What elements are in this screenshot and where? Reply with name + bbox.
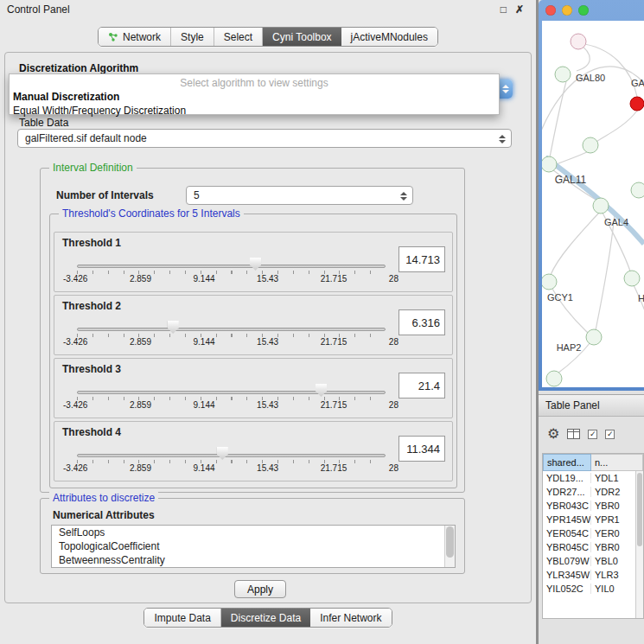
- option-manual-discretization[interactable]: Manual Discretization: [10, 90, 499, 104]
- column-header-name[interactable]: n...: [591, 454, 643, 471]
- list-item[interactable]: SelfLoops: [52, 526, 455, 539]
- threshold-4-value-field[interactable]: 11.344: [399, 436, 445, 462]
- network-node: [631, 182, 644, 198]
- option-equal-width-frequency[interactable]: Equal Width/Frequency Discretization: [10, 104, 499, 118]
- numerical-attributes-list: SelfLoops TopologicalCoefficient Between…: [51, 525, 456, 568]
- apply-button[interactable]: Apply: [234, 580, 286, 598]
- network-nodes[interactable]: [542, 34, 644, 386]
- threshold-1-value-field[interactable]: 14.713: [399, 246, 445, 272]
- tab-jactivemnodules[interactable]: jActiveMNodules: [341, 28, 437, 46]
- column-header-shared-name[interactable]: shared...: [543, 454, 591, 471]
- node-label: GAL4: [604, 217, 628, 227]
- network-node: [542, 274, 557, 290]
- discretization-algorithm-label: Discretization Algorithm: [19, 62, 138, 74]
- list-item[interactable]: BetweennessCentrality: [52, 553, 455, 567]
- tab-select[interactable]: Select: [214, 28, 263, 46]
- tab-discretize-data[interactable]: Discretize Data: [221, 609, 310, 627]
- tab-infer-label: Infer Network: [320, 612, 381, 624]
- select-all-columns-icon[interactable]: ✓: [588, 430, 597, 439]
- tick-label: 2.859: [130, 400, 151, 410]
- tick-label: 28: [389, 400, 399, 410]
- table-scrollbar[interactable]: [635, 471, 643, 618]
- tick-label: -3.426: [63, 463, 87, 473]
- threshold-2-slider[interactable]: [77, 320, 386, 339]
- table-row[interactable]: YER054CYER0: [543, 526, 643, 540]
- slider-track: [77, 328, 386, 331]
- table-toolbar: ⚙ ✓ ✓: [539, 423, 644, 445]
- table-panel-title: Table Panel: [545, 399, 600, 411]
- tab-impute-data[interactable]: Impute Data: [144, 609, 220, 627]
- slider-thumb[interactable]: [168, 321, 179, 334]
- table-row[interactable]: YBR045CYBR0: [543, 540, 643, 554]
- scrollbar-thumb[interactable]: [637, 473, 642, 546]
- slider-thumb[interactable]: [250, 258, 261, 271]
- control-panel-titlebar: Control Panel □ ✗: [0, 0, 536, 19]
- threshold-4-slider[interactable]: [77, 446, 386, 465]
- tab-infer-network[interactable]: Infer Network: [310, 609, 391, 627]
- table-row[interactable]: YBL079WYBL0: [543, 554, 643, 568]
- float-window-icon[interactable]: □: [501, 3, 507, 16]
- table-data-value: galFiltered.sif default node: [25, 132, 147, 144]
- threshold-1-slider[interactable]: [77, 257, 386, 276]
- slider-scale-labels: -3.4262.8599.14415.4321.71528: [63, 337, 399, 347]
- table-row[interactable]: YPR145WYPR1: [543, 513, 643, 526]
- threshold-3-slider[interactable]: [77, 383, 386, 402]
- threshold-1-label: Threshold 1: [62, 237, 121, 249]
- zoom-traffic-light[interactable]: [578, 5, 589, 16]
- tick-label: 21.715: [321, 274, 348, 284]
- threshold-3-value-field[interactable]: 21.4: [399, 373, 445, 399]
- tab-impute-label: Impute Data: [154, 612, 210, 624]
- table-data-label: Table Data: [19, 117, 68, 129]
- gear-icon[interactable]: ⚙: [547, 427, 559, 441]
- tick-label: 15.43: [257, 463, 278, 473]
- table-row[interactable]: YBR043CYBR0: [543, 499, 643, 513]
- list-item[interactable]: TopologicalCoefficient: [52, 539, 455, 553]
- network-canvas[interactable]: GAL80 GA GAL11 GAL4 GCY1 H HAP2: [542, 21, 644, 387]
- algorithm-combo-stepper[interactable]: [498, 80, 513, 99]
- table-row[interactable]: YIL052CYIL0: [543, 582, 643, 596]
- threshold-2-value-field[interactable]: 6.316: [399, 309, 445, 335]
- tab-discretize-label: Discretize Data: [231, 612, 301, 624]
- right-column: GAL80 GA GAL11 GAL4 GCY1 H HAP2 Table Pa…: [539, 0, 644, 644]
- table-row[interactable]: YDR27...YDR2: [543, 485, 643, 499]
- list-scrollbar[interactable]: [444, 526, 455, 567]
- interval-definition-group: Interval Definition Number of Intervals …: [40, 168, 465, 493]
- table-row[interactable]: YLR345WYLR3: [543, 568, 643, 582]
- tab-jactive-label: jActiveMNodules: [351, 31, 428, 43]
- tick-label: 28: [389, 337, 399, 347]
- node-label: GA: [631, 78, 644, 88]
- tick-label: -3.426: [63, 274, 87, 284]
- network-node: [571, 34, 586, 49]
- network-node: [593, 198, 609, 214]
- node-label: H: [638, 293, 644, 303]
- close-icon[interactable]: ✗: [515, 3, 524, 16]
- threshold-4-panel: Threshold 4 -3.4262.8599.14415.4321.7152…: [54, 421, 453, 481]
- tab-cyni-toolbox[interactable]: Cyni Toolbox: [263, 28, 341, 46]
- scrollbar-thumb[interactable]: [446, 526, 454, 558]
- table-row[interactable]: YDL19...YDL1: [543, 471, 643, 485]
- number-of-intervals-combo[interactable]: 5: [186, 186, 413, 205]
- network-node: [542, 156, 557, 172]
- tab-network[interactable]: Network: [99, 28, 171, 46]
- interval-definition-title: Interval Definition: [49, 162, 137, 174]
- slider-scale-labels: -3.4262.8599.14415.4321.71528: [63, 463, 399, 473]
- panel-title: Control Panel: [7, 3, 70, 16]
- tick-label: 2.859: [130, 274, 151, 284]
- node-label: GAL11: [555, 174, 587, 186]
- network-node: [586, 329, 602, 345]
- tick-label: 9.144: [194, 463, 215, 473]
- slider-thumb[interactable]: [217, 447, 228, 460]
- minimize-traffic-light[interactable]: [562, 5, 572, 16]
- number-of-intervals-label: Number of Intervals: [56, 189, 154, 201]
- slider-thumb[interactable]: [316, 384, 327, 397]
- table-header-row: shared... n...: [543, 454, 643, 471]
- tab-select-label: Select: [224, 31, 252, 43]
- table-data-combo[interactable]: galFiltered.sif default node: [17, 129, 512, 148]
- tab-style[interactable]: Style: [171, 28, 214, 46]
- columns-icon[interactable]: [567, 429, 580, 439]
- close-traffic-light[interactable]: [545, 5, 556, 16]
- deselect-columns-icon[interactable]: ✓: [605, 430, 615, 439]
- tick-label: -3.426: [63, 337, 87, 347]
- node-label: GAL80: [576, 73, 605, 83]
- network-node: [546, 371, 562, 386]
